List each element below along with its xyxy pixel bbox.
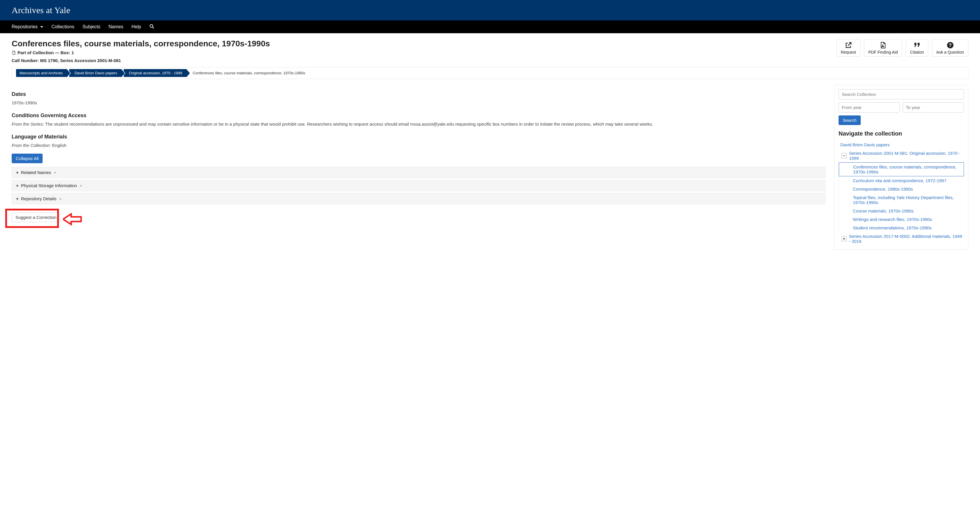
- external-link-icon: [845, 42, 853, 49]
- conditions-body: The student recommendations are unproces…: [44, 122, 653, 127]
- pdf-icon: 人: [879, 42, 887, 49]
- search-collection-input[interactable]: [838, 89, 964, 99]
- accordion-repository-details[interactable]: + Repository Details »: [12, 193, 826, 205]
- citation-label: Citation: [910, 50, 924, 54]
- language-text: From the Collection: English: [12, 142, 826, 149]
- chevron-right-icon: »: [54, 170, 56, 174]
- ask-button[interactable]: ? Ask a Question: [932, 39, 968, 57]
- search-button[interactable]: Search: [838, 116, 861, 125]
- nav-repositories-label: Repositories: [12, 24, 38, 29]
- svg-text:?: ?: [949, 43, 952, 48]
- top-nav: Repositories Collections Subjects Names …: [0, 21, 980, 33]
- accordion-physical-storage-label: Physical Storage Information: [21, 183, 77, 188]
- to-year-input[interactable]: [903, 102, 964, 113]
- language-body: English: [51, 143, 66, 148]
- subtitle-text: Part of Collection — Box: 1: [18, 50, 74, 55]
- site-header: Archives at Yale: [0, 0, 980, 21]
- collection-tree: David Brion Davis papers − Series Access…: [838, 141, 964, 246]
- svg-point-0: [150, 24, 153, 27]
- crumb-series[interactable]: Original accession, 1970 - 1999: [124, 69, 186, 77]
- call-number-value: MS 1790, Series Accession 2001-M-081: [40, 58, 121, 63]
- call-number-label: Call Number:: [12, 58, 39, 63]
- tree-item[interactable]: Curriculum vita and correspondence, 1972…: [853, 178, 947, 184]
- page-title: Conferences files, course materials, cor…: [12, 39, 830, 48]
- question-icon: ?: [946, 42, 955, 49]
- site-title[interactable]: Archives at Yale: [12, 5, 968, 15]
- chevron-right-icon: »: [80, 183, 82, 188]
- tree-item[interactable]: Conferences files, course materials, cor…: [853, 164, 964, 175]
- svg-text:人: 人: [881, 45, 884, 47]
- citation-button[interactable]: Citation: [905, 39, 928, 57]
- language-heading: Language of Materials: [12, 134, 826, 140]
- caret-down-icon: [40, 26, 43, 28]
- conditions-prefix: From the Series:: [12, 122, 44, 127]
- ask-label: Ask a Question: [936, 50, 964, 54]
- tree-root-link[interactable]: David Brion Davis papers: [840, 142, 889, 148]
- nav-subjects[interactable]: Subjects: [83, 24, 100, 29]
- page-actions: Request 人 PDF Finding Aid Citation ? Ask…: [837, 39, 968, 57]
- tree-series2-link[interactable]: Series Accession 2017-M-0002: Additional…: [849, 233, 964, 244]
- request-button[interactable]: Request: [837, 39, 861, 57]
- collapse-all-button[interactable]: Collapse All: [12, 154, 43, 163]
- dates-value: 1970s-1990s: [12, 100, 826, 106]
- conditions-text: From the Series: The student recommendat…: [12, 121, 826, 127]
- collapse-series1-toggle[interactable]: −: [842, 153, 847, 158]
- tree-series1-link[interactable]: Series Accession 2001-M-081: Original ac…: [849, 150, 964, 161]
- request-label: Request: [841, 50, 856, 54]
- nav-names[interactable]: Names: [108, 24, 123, 29]
- tree-item[interactable]: Student recommendations, 1970s-1990s: [853, 225, 932, 231]
- svg-line-1: [152, 27, 154, 28]
- tree-item[interactable]: Correspondence, 1980s-1990s: [853, 186, 913, 192]
- dates-heading: Dates: [12, 91, 826, 97]
- call-number-line: Call Number: MS 1790, Series Accession 2…: [12, 58, 830, 63]
- nav-collections[interactable]: Collections: [51, 24, 74, 29]
- nav-help[interactable]: Help: [132, 24, 141, 29]
- nav-repositories[interactable]: Repositories: [12, 24, 43, 29]
- navigate-heading: Navigate the collection: [838, 130, 964, 137]
- conditions-heading: Conditions Governing Access: [12, 113, 826, 119]
- tree-item[interactable]: Course materials, 1970s-1990s: [853, 208, 913, 214]
- expand-series2-toggle[interactable]: +: [842, 236, 847, 241]
- plus-icon: +: [16, 170, 19, 175]
- pdf-label: PDF Finding Aid: [868, 50, 898, 54]
- accordion-repository-details-label: Repository Details: [21, 196, 57, 201]
- plus-icon: +: [16, 196, 19, 201]
- from-year-input[interactable]: [838, 102, 900, 113]
- subtitle-line: Part of Collection — Box: 1: [12, 50, 830, 55]
- suggest-correction-button[interactable]: Suggest a Correction: [12, 212, 60, 222]
- crumb-current: Conferences files, course materials, cor…: [189, 69, 308, 77]
- quote-icon: [913, 42, 921, 49]
- language-prefix: From the Collection:: [12, 143, 51, 148]
- search-icon[interactable]: [150, 24, 154, 30]
- sidebar: Search Navigate the collection David Bri…: [834, 85, 968, 250]
- tree-item[interactable]: Topical files, including Yale History De…: [853, 194, 964, 206]
- tree-item[interactable]: Writings and research files, 1970s-1990s: [853, 216, 932, 222]
- crumb-collection[interactable]: David Brion Davis papers: [69, 69, 121, 77]
- plus-icon: +: [16, 183, 19, 188]
- accordion-physical-storage[interactable]: + Physical Storage Information »: [12, 180, 826, 191]
- main-content: Dates 1970s-1990s Conditions Governing A…: [12, 85, 826, 222]
- accordion-related-names-label: Related Names: [21, 170, 51, 175]
- chevron-right-icon: »: [59, 197, 61, 201]
- crumb-repository[interactable]: Manuscripts and Archives: [16, 69, 67, 77]
- file-icon: [12, 51, 16, 55]
- accordion-related-names[interactable]: + Related Names »: [12, 167, 826, 178]
- breadcrumb: Manuscripts and Archives David Brion Dav…: [12, 67, 968, 79]
- pdf-button[interactable]: 人 PDF Finding Aid: [864, 39, 902, 57]
